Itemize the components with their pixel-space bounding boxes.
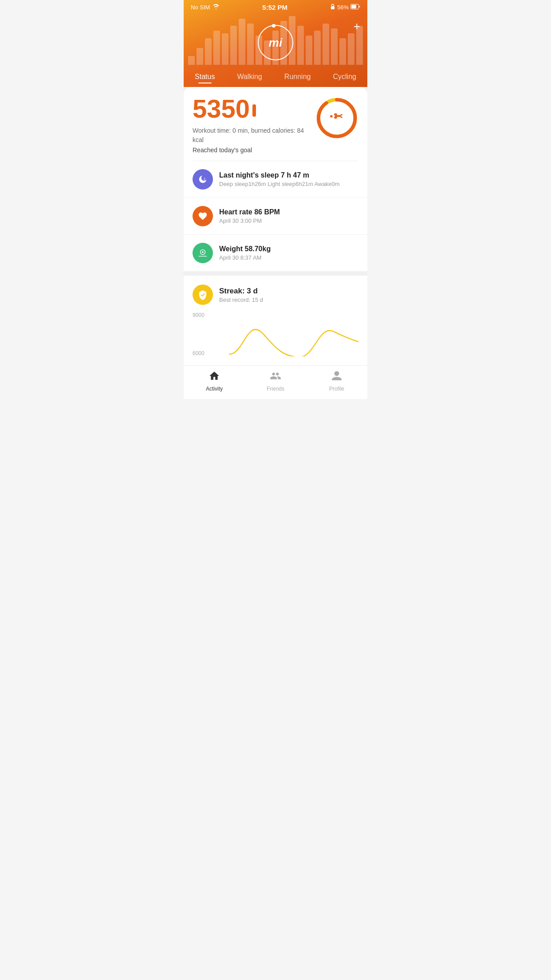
sleep-icon: Z [193, 169, 213, 190]
status-left: No SIM [191, 4, 220, 11]
health-item-heart[interactable]: Heart rate 86 BPM April 30 3:00 PM [184, 198, 367, 235]
nav-item-friends[interactable]: Friends [245, 370, 306, 392]
svg-text:Z: Z [204, 177, 206, 181]
bottom-nav: Activity Friends Profile [184, 365, 367, 399]
health-item-sleep[interactable]: Z Last night's sleep 7 h 47 m Deep sleep… [184, 161, 367, 198]
chart-labels: 90006000 [193, 312, 205, 356]
steps-goal: Reached today's goal [193, 146, 315, 154]
header-tabs: StatusWalkingRunningCycling [184, 65, 367, 87]
chart-label: 9000 [193, 312, 205, 318]
svg-point-8 [202, 251, 204, 253]
heart-subtitle: April 30 3:00 PM [219, 217, 280, 224]
battery-percent: 56% [337, 4, 349, 11]
steps-count: 5350 [193, 96, 315, 122]
profile-nav-icon [331, 370, 342, 384]
carrier-label: No SIM [191, 4, 210, 11]
status-right: 56% [330, 4, 360, 11]
chart-label: 6000 [193, 350, 205, 356]
weight-icon [193, 243, 213, 263]
mi-logo-text: mi [269, 36, 282, 50]
streak-chart: 90006000 [193, 312, 358, 356]
nav-item-profile[interactable]: Profile [306, 370, 367, 392]
status-bar: No SIM 5:52 PM 56% [184, 0, 367, 13]
header-tab-status[interactable]: Status [188, 69, 222, 87]
walking-icon [329, 109, 344, 127]
sleep-title: Last night's sleep 7 h 47 m [219, 171, 340, 179]
walking-progress-circle [315, 96, 358, 140]
streak-card: Streak: 3 d Best record: 15 d 90006000 [184, 276, 367, 365]
wifi-icon [213, 4, 220, 11]
streak-title: Streak: 3 d [219, 287, 263, 296]
nav-item-activity[interactable]: Activity [184, 370, 245, 392]
weight-title: Weight 58.70kg [219, 245, 271, 253]
svg-rect-2 [351, 5, 356, 8]
status-time: 5:52 PM [262, 4, 287, 11]
streak-header: Streak: 3 d Best record: 15 d [193, 285, 358, 305]
mi-logo-wrapper: mi [184, 16, 367, 65]
health-items: Z Last night's sleep 7 h 47 m Deep sleep… [184, 161, 367, 271]
add-button[interactable]: + [354, 20, 360, 33]
steps-number: 5350 [193, 96, 250, 122]
sleep-text: Last night's sleep 7 h 47 m Deep sleep1h… [219, 171, 340, 187]
streak-subtitle: Best record: 15 d [219, 296, 263, 303]
heart-icon [193, 206, 213, 226]
header-tab-running[interactable]: Running [277, 69, 318, 87]
steps-card: 5350 Workout time: 0 min, burned calorie… [184, 87, 367, 161]
weight-subtitle: April 30 8:37 AM [219, 254, 271, 261]
home-nav-label: Activity [206, 386, 223, 392]
chart-svg [193, 312, 358, 356]
main-content: 5350 Workout time: 0 min, burned calorie… [184, 87, 367, 365]
streak-text: Streak: 3 d Best record: 15 d [219, 287, 263, 303]
steps-info: 5350 Workout time: 0 min, burned calorie… [193, 96, 315, 154]
header-tab-cycling[interactable]: Cycling [326, 69, 363, 87]
friends-nav-label: Friends [267, 386, 284, 392]
steps-details: Workout time: 0 min, burned calories: 84… [193, 126, 315, 145]
steps-divider [193, 161, 358, 161]
health-item-weight[interactable]: Weight 58.70kg April 30 8:37 AM [184, 235, 367, 271]
lock-icon [330, 4, 335, 11]
steps-unit-icon [252, 104, 256, 117]
friends-nav-icon [270, 370, 281, 384]
heart-text: Heart rate 86 BPM April 30 3:00 PM [219, 208, 280, 224]
streak-icon [193, 285, 213, 305]
home-nav-icon [209, 370, 220, 384]
header-tab-walking[interactable]: Walking [230, 69, 269, 87]
mi-logo: mi [258, 25, 293, 60]
svg-point-5 [330, 115, 333, 118]
svg-rect-0 [331, 6, 335, 9]
profile-nav-label: Profile [329, 386, 344, 392]
weight-text: Weight 58.70kg April 30 8:37 AM [219, 245, 271, 261]
sleep-subtitle: Deep sleep1h26m Light sleep6h21m Awake0m [219, 181, 340, 187]
battery-icon [350, 4, 360, 11]
heart-title: Heart rate 86 BPM [219, 208, 280, 216]
steps-row: 5350 Workout time: 0 min, burned calorie… [193, 96, 358, 161]
